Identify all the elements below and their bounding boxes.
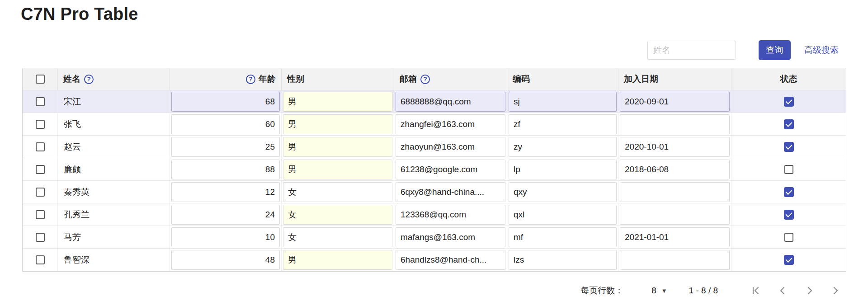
row-select-checkbox[interactable] <box>36 210 45 219</box>
row-select-checkbox[interactable] <box>36 120 45 129</box>
email-cell[interactable]: 6handlzs8@hand-ch... <box>396 250 505 270</box>
row-select-checkbox[interactable] <box>36 165 45 174</box>
age-cell[interactable]: 60 <box>171 114 280 134</box>
code-cell[interactable]: zy <box>509 137 617 157</box>
header-select-cell <box>23 68 58 90</box>
last-page-icon <box>831 285 842 296</box>
row-select-checkbox[interactable] <box>36 188 45 197</box>
page-size-select[interactable]: 8 ▼ <box>651 286 667 296</box>
sex-cell[interactable]: 男 <box>283 92 392 112</box>
name-cell[interactable]: 张飞 <box>59 118 81 130</box>
table-row[interactable]: 赵云 25 男 zhaoyun@163.com zy 2020-10-01 <box>23 136 846 158</box>
first-page-icon <box>750 285 761 296</box>
header-age: ? 年龄 <box>170 68 282 90</box>
joindate-cell[interactable]: 2020-09-01 <box>620 92 730 112</box>
table-row[interactable]: 张飞 60 男 zhangfei@163.com zf <box>23 113 846 136</box>
code-cell[interactable]: sj <box>509 92 617 112</box>
joindate-cell[interactable] <box>620 114 730 134</box>
page-range: 1 - 8 / 8 <box>689 286 718 296</box>
code-cell[interactable]: mf <box>509 227 617 247</box>
table-row[interactable]: 宋江 68 男 6888888@qq.com sj 2020-09-01 <box>23 90 846 113</box>
query-button[interactable]: 查询 <box>759 40 791 60</box>
status-checkbox[interactable] <box>784 255 794 265</box>
help-icon[interactable]: ? <box>84 75 94 84</box>
email-cell[interactable]: 123368@qq.com <box>396 205 505 225</box>
joindate-cell[interactable] <box>620 182 730 202</box>
status-checkbox[interactable] <box>784 119 794 129</box>
joindate-cell[interactable] <box>620 250 730 270</box>
advanced-search-link[interactable]: 高级搜索 <box>804 44 839 56</box>
age-cell[interactable]: 25 <box>171 137 280 157</box>
sex-cell[interactable]: 女 <box>283 205 392 225</box>
table-row[interactable]: 秦秀英 12 女 6qxy8@hand-china.... qxy <box>23 181 846 203</box>
table-row[interactable]: 马芳 10 女 mafangs@163.com mf 2021-01-01 <box>23 226 846 249</box>
email-cell[interactable]: 61238@google.com <box>396 160 505 179</box>
status-checkbox[interactable] <box>784 187 794 197</box>
name-cell[interactable]: 廉颇 <box>59 164 81 175</box>
next-page-button[interactable] <box>804 285 816 297</box>
sex-cell[interactable]: 女 <box>283 227 392 247</box>
query-bar: 查询 高级搜索 <box>647 40 839 60</box>
status-checkbox[interactable] <box>784 142 794 152</box>
pagination-bar: 每页行数： 8 ▼ 1 - 8 / 8 <box>580 284 843 297</box>
age-cell[interactable]: 88 <box>171 160 280 179</box>
header-name: 姓名 ? <box>58 68 170 90</box>
email-cell[interactable]: zhaoyun@163.com <box>396 137 505 157</box>
caret-down-icon: ▼ <box>661 287 667 294</box>
age-cell[interactable]: 48 <box>171 250 280 270</box>
help-icon[interactable]: ? <box>246 75 255 84</box>
joindate-cell[interactable]: 2021-01-01 <box>620 227 730 247</box>
row-select-checkbox[interactable] <box>36 142 45 151</box>
status-checkbox[interactable] <box>784 210 794 220</box>
page-title: C7N Pro Table <box>21 5 138 24</box>
code-cell[interactable]: qxy <box>509 182 617 202</box>
age-cell[interactable]: 24 <box>171 205 280 225</box>
name-cell[interactable]: 赵云 <box>59 141 81 153</box>
name-cell[interactable]: 秦秀英 <box>59 186 90 198</box>
joindate-cell[interactable] <box>620 205 730 225</box>
prev-page-button[interactable] <box>777 285 788 297</box>
table-row[interactable]: 鲁智深 48 男 6handlzs8@hand-ch... lzs <box>23 249 846 271</box>
email-cell[interactable]: 6888888@qq.com <box>396 92 505 112</box>
table-row[interactable]: 廉颇 88 男 61238@google.com lp 2018-06-08 <box>23 158 846 181</box>
age-cell[interactable]: 12 <box>171 182 280 202</box>
sex-cell[interactable]: 男 <box>283 137 392 157</box>
code-cell[interactable]: zf <box>509 114 617 134</box>
status-checkbox[interactable] <box>784 165 793 174</box>
name-cell[interactable]: 宋江 <box>59 96 81 108</box>
header-status: 状态 <box>731 68 846 90</box>
name-cell[interactable]: 鲁智深 <box>59 254 90 266</box>
email-cell[interactable]: 6qxy8@hand-china.... <box>396 182 505 202</box>
code-cell[interactable]: lp <box>509 160 617 179</box>
name-cell[interactable]: 马芳 <box>59 231 81 243</box>
first-page-button[interactable] <box>750 285 761 297</box>
name-filter-input[interactable] <box>647 41 736 60</box>
chevron-right-icon <box>804 285 815 296</box>
email-cell[interactable]: zhangfei@163.com <box>396 114 505 134</box>
sex-cell[interactable]: 男 <box>283 250 392 270</box>
name-cell[interactable]: 孔秀兰 <box>59 209 90 221</box>
sex-cell[interactable]: 男 <box>283 160 392 179</box>
help-icon[interactable]: ? <box>420 75 430 84</box>
age-cell[interactable]: 10 <box>171 227 280 247</box>
sex-cell[interactable]: 男 <box>283 114 392 134</box>
status-checkbox[interactable] <box>784 233 793 242</box>
code-cell[interactable]: qxl <box>509 205 617 225</box>
rows-per-page-label: 每页行数： <box>580 285 623 297</box>
status-checkbox[interactable] <box>784 97 794 107</box>
sex-cell[interactable]: 女 <box>283 182 392 202</box>
header-code: 编码 <box>507 68 618 90</box>
row-select-checkbox[interactable] <box>36 97 45 106</box>
joindate-cell[interactable]: 2018-06-08 <box>620 160 730 179</box>
row-select-checkbox[interactable] <box>36 233 45 242</box>
header-joindate: 加入日期 <box>618 68 731 90</box>
age-cell[interactable]: 68 <box>171 92 280 112</box>
select-all-checkbox[interactable] <box>36 75 45 84</box>
email-cell[interactable]: mafangs@163.com <box>396 227 505 247</box>
row-select-checkbox[interactable] <box>36 255 45 264</box>
joindate-cell[interactable]: 2020-10-01 <box>620 137 730 157</box>
table-header-row: 姓名 ? ? 年龄 性别 邮箱 ? 编码 加入日期 状态 <box>23 68 846 90</box>
table-row[interactable]: 孔秀兰 24 女 123368@qq.com qxl <box>23 203 846 226</box>
code-cell[interactable]: lzs <box>509 250 617 270</box>
last-page-button[interactable] <box>831 285 843 297</box>
